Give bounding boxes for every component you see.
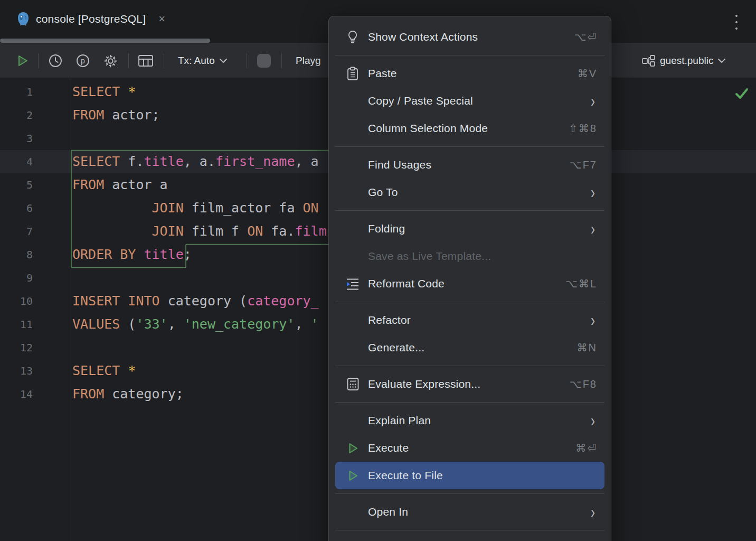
gutter-line-number[interactable]: 9 [1,266,33,290]
parameter-p-icon: p [75,53,90,68]
code-token [120,84,128,99]
code-token: title [144,154,183,169]
table-grid-icon [138,54,154,68]
table-view-button[interactable] [138,43,154,78]
gutter-line-number[interactable]: 4 [1,150,33,173]
inspection-ok-check-icon[interactable] [734,87,749,100]
menu-item-label: Open In [368,506,408,518]
code-line-6[interactable]: JOIN film_actor fa ON [72,197,327,220]
code-line-4[interactable]: SELECT f.title, a.first_name, a [72,150,319,173]
code-token: SELECT [72,84,120,99]
code-token: actor; [104,107,159,123]
menu-item-column-selection-mode[interactable]: Column Selection Mode⇧⌘8 [335,115,604,142]
gutter-line-number[interactable]: 12 [1,336,33,359]
schema-selector[interactable]: guest.public [641,43,726,78]
clock-icon [48,53,63,68]
tab-console-postgresql[interactable]: console [PostgreSQL] × [0,0,165,38]
code-line-1[interactable]: SELECT * [72,80,136,104]
gutter-line-number[interactable]: 2 [1,104,33,127]
menu-item-label: Execute [368,442,409,454]
menu-item-folding[interactable]: Folding› [335,215,604,242]
menu-item-label: Explain Plan [368,414,431,427]
menu-separator [335,146,604,147]
code-token: 'new_category' [184,316,295,332]
code-token [319,200,327,216]
code-line-10[interactable]: INSERT INTO category (category_ [72,290,319,313]
settings-button[interactable] [103,43,118,78]
gutter-line-number[interactable]: 7 [1,220,33,243]
menu-item-label: Refactor [368,314,411,327]
code-line-14[interactable]: FROM category; [72,383,184,406]
gutter-line-number[interactable]: 6 [1,197,33,220]
code-line-13[interactable]: SELECT * [72,359,136,383]
code-token: '33' [136,316,167,332]
menu-item-show-context-actions[interactable]: Show Context Actions⌥⏎ [335,23,604,51]
tx-mode-selector[interactable]: Tx: Auto [178,43,228,78]
gutter-line-number[interactable]: 5 [1,173,33,197]
reformat-icon [346,277,360,291]
menu-item-generate[interactable]: Generate...⌘N [335,334,604,361]
lightbulb-icon [346,30,360,44]
schema-label: guest.public [660,55,713,67]
run-button[interactable] [15,43,30,78]
menu-item-label: Copy / Paste Special [368,95,473,107]
gutter-line-number[interactable]: 14 [1,383,33,406]
gutter-line-number[interactable]: 1 [1,80,33,104]
menu-item-shortcut: ⌘⏎ [575,442,597,454]
play-icon [346,469,360,482]
code-line-5[interactable]: FROM actor a [72,173,168,197]
menu-item-refactor[interactable]: Refactor› [335,306,604,334]
code-token: ' [311,316,319,332]
code-token: f. [120,154,144,169]
menu-item-shortcut: ⌥F7 [570,158,597,171]
menu-item-execute-to-file[interactable]: Execute to File [335,462,604,489]
code-line-8[interactable]: ORDER BY title; [72,243,192,266]
menu-item-label: Column Selection Mode [368,122,488,135]
code-token: ON [303,200,319,216]
menu-item-explain-plan[interactable]: Explain Plan› [335,407,604,434]
kebab-menu-icon[interactable] [732,15,741,30]
chevron-down-icon [717,58,726,63]
gutter-line-number[interactable]: 8 [1,243,33,266]
code-token [72,200,152,216]
menu-item-reformat-code[interactable]: Reformat Code⌥⌘L [335,270,604,297]
menu-separator [335,210,604,211]
code-token: ( [120,316,136,332]
code-token: first_name [215,154,295,169]
code-line-11[interactable]: VALUES ('33', 'new_category', ' [72,313,319,336]
code-token: * [128,84,136,99]
tab-close-icon[interactable]: × [158,13,165,25]
postgresql-elephant-icon [16,11,31,27]
view-parameters-button[interactable]: p [75,43,90,78]
menu-item-find-usages[interactable]: Find Usages⌥F7 [335,151,604,179]
code-line-7[interactable]: JOIN film f ON fa.film [72,220,327,243]
submenu-arrow-icon: › [591,503,595,520]
app-window: console [PostgreSQL] × p [0,0,756,541]
menu-item-go-to[interactable]: Go To› [335,179,604,206]
gutter-line-number[interactable]: 11 [1,313,33,336]
menu-item-execute[interactable]: Execute⌘⏎ [335,434,604,462]
gutter-line-number[interactable]: 10 [1,290,33,313]
menu-item-open-in[interactable]: Open In› [335,498,604,526]
code-token: ORDER BY [72,247,136,262]
menu-separator [335,366,604,366]
clipboard-icon [346,67,360,80]
menu-item-paste[interactable]: Paste⌘V [335,60,604,87]
menu-item-evaluate-expression[interactable]: Evaluate Expression...⌥F8 [335,370,604,398]
menu-separator [335,402,604,403]
stop-button[interactable] [257,43,271,78]
menu-item-copy-paste-special[interactable]: Copy / Paste Special› [335,87,604,115]
toolbar-divider [247,53,247,68]
code-token: , [295,316,310,332]
gutter-line-number[interactable]: 13 [1,359,33,383]
menu-item-label: Paste [368,67,397,80]
query-history-button[interactable] [48,43,63,78]
tab-scrollbar-thumb[interactable] [0,39,210,43]
gutter-line-number[interactable]: 3 [1,127,33,150]
menu-item-label: Evaluate Expression... [368,378,480,390]
stop-square-icon [257,54,271,68]
code-token: , a [295,154,318,169]
code-token: film [295,223,326,239]
code-token: JOIN [152,223,184,239]
code-line-2[interactable]: FROM actor; [72,104,160,127]
